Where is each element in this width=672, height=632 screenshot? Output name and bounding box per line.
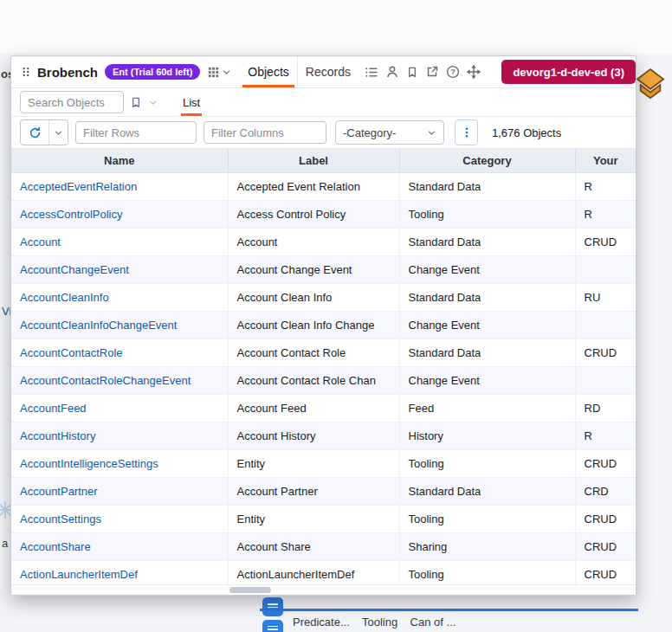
object-category-cell: Tooling [399, 561, 575, 585]
background-top-band [0, 0, 672, 54]
bookmark-icon[interactable] [406, 66, 418, 79]
object-category-cell: Standard Data [399, 284, 575, 312]
screen: os Vi a Predicate... Tooling Can of ... [0, 0, 672, 632]
object-name-link[interactable]: AcceptedEventRelation [20, 180, 137, 193]
refresh-button[interactable] [21, 120, 49, 145]
object-name-link[interactable]: AccountChangeEvent [20, 263, 129, 276]
column-header-category[interactable]: Category [399, 149, 575, 173]
open-external-icon[interactable] [425, 65, 439, 79]
brobench-logo-icon[interactable] [636, 68, 665, 103]
object-access-cell: R [575, 173, 636, 201]
object-name-cell: Account [11, 229, 228, 256]
object-access-cell: CRUD [575, 229, 636, 256]
category-select[interactable]: -Category- [335, 120, 444, 145]
object-name-link[interactable]: AccountHistory [20, 429, 95, 442]
object-category-cell: Change Event [399, 312, 575, 339]
app-launcher-icon[interactable] [207, 66, 220, 79]
object-name-cell: AccountChangeEvent [11, 256, 228, 284]
object-access-cell: CRUD [575, 561, 636, 585]
table-row: AccountIntelligenceSettingsEntityTooling… [11, 450, 636, 478]
org-badge[interactable]: devorg1-d-dev-ed (3) [501, 60, 636, 84]
help-icon[interactable]: ? [446, 65, 460, 79]
main-tabs: Objects Records [240, 56, 359, 87]
table-row: AccountChangeEventAccount Change EventCh… [11, 256, 636, 284]
table-row: AccountPartnerAccount PartnerStandard Da… [11, 478, 636, 506]
table-row: AccessControlPolicyAccess Control Policy… [11, 201, 636, 229]
tab-records[interactable]: Records [297, 56, 359, 87]
object-access-cell: CRUD [575, 533, 636, 561]
column-header-name[interactable]: Name [11, 149, 228, 173]
table-row: AccountAccountStandard DataCRUD [11, 229, 636, 256]
object-label-cell: Access Control Policy [228, 201, 399, 229]
popup-header: Brobench Ent (Trial 60d left) Obj [11, 56, 636, 88]
object-name-cell: AccountSettings [11, 506, 228, 533]
search-objects-input[interactable] [20, 91, 124, 113]
app-title: Brobench [37, 65, 98, 80]
object-access-cell: R [575, 422, 636, 450]
object-category-cell: Change Event [399, 256, 575, 284]
drag-handle-icon[interactable] [20, 66, 32, 78]
table-row: AccountContactRoleChangeEventAccount Con… [11, 367, 636, 395]
column-header-label[interactable]: Label [228, 149, 399, 173]
object-access-cell: RD [575, 395, 636, 422]
object-name-link[interactable]: AccountContactRole [20, 346, 123, 359]
search-row: List [11, 88, 636, 117]
object-name-cell: AccountIntelligenceSettings [11, 450, 228, 478]
object-name-cell: AccessControlPolicy [11, 201, 228, 229]
object-access-cell [575, 256, 636, 284]
background-text-fragment: a [2, 537, 8, 550]
refresh-button-group [20, 119, 68, 145]
bookmark-icon[interactable] [130, 96, 142, 109]
object-category-cell: Tooling [399, 506, 575, 533]
object-label-cell: Account Clean Info [228, 284, 399, 312]
object-label-cell: Entity [228, 450, 399, 478]
object-name-link[interactable]: AccountShare [20, 540, 91, 553]
user-icon[interactable] [385, 65, 399, 79]
object-label-cell: Account Share [228, 533, 399, 561]
background-row-text: Predicate... Tooling Can of ... [293, 616, 456, 629]
object-label-cell: Entity [228, 506, 399, 533]
list-menu-icon[interactable] [364, 65, 378, 80]
filter-rows-input[interactable] [75, 121, 197, 144]
chevron-down-icon[interactable] [222, 68, 231, 77]
object-name-cell: AccountShare [11, 533, 228, 561]
chevron-down-icon[interactable] [148, 98, 158, 107]
object-label-cell: Account History [228, 422, 399, 450]
object-access-cell: CRUD [575, 339, 636, 367]
object-access-cell: R [575, 201, 636, 229]
horizontal-scrollbar[interactable] [11, 584, 636, 595]
scrollbar-thumb[interactable] [229, 587, 271, 593]
svg-text:?: ? [450, 68, 455, 76]
object-name-link[interactable]: AccessControlPolicy [20, 208, 123, 221]
tab-list-view[interactable]: List [181, 88, 202, 116]
object-label-cell: Account Feed [228, 395, 399, 422]
object-name-link[interactable]: AccountPartner [20, 485, 98, 498]
table-toolbar: -Category- 1,676 Objects [11, 117, 636, 148]
background-row-icon [262, 620, 283, 632]
table-row: AccountHistoryAccount HistoryHistoryR [11, 422, 636, 450]
object-count: 1,676 Objects [492, 126, 561, 139]
more-options-button[interactable] [455, 119, 478, 145]
table-row: AccountShareAccount ShareSharingCRUD [11, 533, 636, 561]
object-category-cell: Tooling [399, 450, 575, 478]
object-name-cell: AcceptedEventRelation [11, 173, 228, 201]
object-name-link[interactable]: AccountCleanInfo [20, 291, 109, 304]
object-name-cell: AccountHistory [11, 422, 228, 450]
object-name-link[interactable]: AccountSettings [20, 513, 101, 526]
object-name-link[interactable]: AccountIntelligenceSettings [20, 457, 158, 470]
object-label-cell: Accepted Event Relation [228, 173, 399, 201]
category-select-value: -Category- [343, 126, 396, 139]
object-name-link[interactable]: AccountContactRoleChangeEvent [20, 374, 191, 387]
object-access-cell: CRUD [575, 450, 636, 478]
filter-columns-input[interactable] [204, 121, 326, 144]
move-icon[interactable] [467, 65, 481, 79]
column-header-your-access[interactable]: Your [575, 149, 636, 173]
object-category-cell: Tooling [399, 201, 575, 229]
object-name-link[interactable]: ActionLauncherItemDef [20, 568, 138, 581]
refresh-options-chevron[interactable] [49, 120, 68, 145]
object-name-link[interactable]: AccountFeed [20, 402, 87, 415]
object-name-cell: AccountContactRole [11, 339, 228, 367]
object-name-link[interactable]: Account [20, 235, 61, 248]
object-name-link[interactable]: AccountCleanInfoChangeEvent [20, 319, 177, 332]
tab-objects[interactable]: Objects [240, 56, 296, 87]
